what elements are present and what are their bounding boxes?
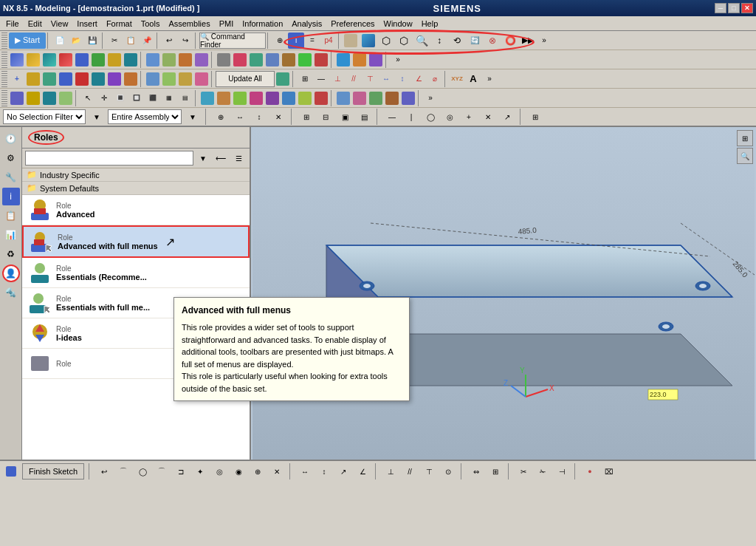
view-btn-3[interactable]: ⬡ xyxy=(378,33,394,49)
toolbar-grip-4[interactable] xyxy=(1,90,7,106)
roles-dropdown-btn[interactable]: ▼ xyxy=(195,150,211,166)
dim-btn-4[interactable]: ⌀ xyxy=(427,71,443,87)
view-btn-5[interactable]: 🔍 xyxy=(413,33,430,49)
filter-btn-14[interactable]: ✕ xyxy=(480,109,496,125)
sidebar-properties-icon[interactable]: 📊 xyxy=(2,226,20,244)
roles-menu-btn[interactable]: ☰ xyxy=(230,150,247,166)
menu-analysis[interactable]: Analysis xyxy=(287,18,326,30)
sketch-btn-5[interactable] xyxy=(74,71,90,87)
filter-btn-1[interactable]: ⊕ xyxy=(213,109,229,125)
start-button[interactable]: ▶ Start xyxy=(9,33,46,49)
extra-btn-1[interactable] xyxy=(216,52,232,68)
view-btn-8[interactable]: 🔄 xyxy=(467,33,483,49)
dim-status-btn-3[interactable]: ↗ xyxy=(335,463,351,480)
meas-btn-1[interactable] xyxy=(199,90,216,106)
datum-btn-2[interactable] xyxy=(25,90,41,106)
datum-btn-3[interactable] xyxy=(41,90,58,106)
view-btn-4[interactable]: ⬡ xyxy=(396,33,412,49)
sidebar-reuse-icon[interactable]: ♻ xyxy=(2,245,20,263)
more4-btn[interactable]: » xyxy=(422,90,439,106)
extra-btn-9[interactable] xyxy=(351,52,368,68)
snap-mode-btn[interactable]: ✛ xyxy=(96,90,112,106)
feature-btn-3[interactable] xyxy=(41,52,58,68)
assembly-icon[interactable]: ▼ xyxy=(185,109,201,125)
dim-status-btn-4[interactable]: ∠ xyxy=(354,463,371,480)
model-btn-2[interactable] xyxy=(161,52,177,68)
view-orient-btn-2[interactable]: 🔲 xyxy=(128,90,145,106)
undo-button[interactable]: ↩ xyxy=(161,33,177,49)
view-btn-1[interactable] xyxy=(343,33,359,49)
sidebar-info-icon[interactable]: i xyxy=(2,188,20,205)
cut-button[interactable]: ✂ xyxy=(106,33,123,49)
sketch-btn-7[interactable] xyxy=(106,71,123,87)
role-advanced[interactable]: Role Advanced xyxy=(22,195,250,225)
extra-btn-5[interactable] xyxy=(281,52,297,68)
more-btn[interactable]: » xyxy=(536,33,552,49)
sketch-btn-8[interactable] xyxy=(123,71,139,87)
meas-btn-2[interactable] xyxy=(216,90,232,106)
filter-btn-11[interactable]: ◯ xyxy=(422,109,439,125)
update-all-btn[interactable]: Update All xyxy=(216,71,275,87)
select-btn[interactable]: ↖ xyxy=(80,90,96,106)
info-btn[interactable]: i xyxy=(288,33,304,49)
dim-status-btn-1[interactable]: ↔ xyxy=(297,463,313,480)
constrain-btn-3[interactable]: ⊤ xyxy=(421,463,437,480)
curve-btn-4[interactable]: ⌒ xyxy=(154,463,170,480)
menu-edit[interactable]: Edit xyxy=(24,18,47,30)
extra-btn-8[interactable] xyxy=(335,52,351,68)
feature-btn-7[interactable] xyxy=(106,52,123,68)
toolbar-grip-1[interactable] xyxy=(1,33,7,49)
trim-btn-3[interactable]: ⊣ xyxy=(554,463,570,480)
style-btn-2[interactable]: ⌧ xyxy=(601,463,617,480)
feature-btn-1[interactable] xyxy=(9,52,25,68)
meas-btn-7[interactable] xyxy=(297,90,313,106)
extra-btn-6[interactable] xyxy=(297,52,313,68)
layer-btn-4[interactable] xyxy=(384,90,400,106)
status-icon-1[interactable] xyxy=(3,463,19,480)
filter-btn-15[interactable]: ↗ xyxy=(499,109,515,125)
constrain-btn-2[interactable]: // xyxy=(402,463,418,480)
sidebar-system-icon[interactable]: 🔩 xyxy=(2,284,20,301)
menu-window[interactable]: Window xyxy=(379,18,417,30)
meas-btn-4[interactable] xyxy=(248,90,264,106)
feature-btn-5[interactable] xyxy=(74,52,90,68)
model-btn-3[interactable] xyxy=(177,52,193,68)
filter-btn-8[interactable]: ▤ xyxy=(356,109,372,125)
curve-btn-6[interactable]: ✦ xyxy=(192,463,208,480)
menu-preferences[interactable]: Preferences xyxy=(326,18,379,30)
filter-btn-3[interactable]: ↕ xyxy=(251,109,267,125)
menu-information[interactable]: Information xyxy=(238,18,287,30)
constraint-btn-3[interactable]: ⊤ xyxy=(362,71,378,87)
toolbar-grip-2[interactable] xyxy=(1,52,7,68)
sketch-btn-2[interactable] xyxy=(25,71,41,87)
view-btn-2[interactable] xyxy=(360,33,377,49)
sidebar-history-icon[interactable]: 🕐 xyxy=(2,130,20,148)
roles-nav-btn[interactable]: ⟵ xyxy=(213,150,229,166)
roles-search-input[interactable] xyxy=(25,151,193,165)
feature-btn-2[interactable] xyxy=(25,52,41,68)
view-btn-7[interactable]: ⟲ xyxy=(449,33,465,49)
curve-btn-9[interactable]: ⊕ xyxy=(250,463,266,480)
sketch-btn-6[interactable] xyxy=(90,71,106,87)
menu-format[interactable]: Format xyxy=(102,18,137,30)
dim-btn-1[interactable]: ↔ xyxy=(378,71,394,87)
style-btn-1[interactable]: ● xyxy=(582,463,598,480)
feature-btn-8[interactable] xyxy=(123,52,139,68)
pattern-btn[interactable]: ⊞ xyxy=(487,463,504,480)
menu-view[interactable]: View xyxy=(47,18,73,30)
dim-btn-3[interactable]: ∠ xyxy=(410,71,427,87)
role-advanced-full[interactable]: Role Advanced with full menus ↗ xyxy=(22,225,250,258)
trim-btn-1[interactable]: ✂ xyxy=(515,463,532,480)
extra-btn-4[interactable] xyxy=(264,52,281,68)
model-btn-4[interactable] xyxy=(193,52,210,68)
filter-btn-2[interactable]: ↔ xyxy=(232,109,248,125)
viewport-3d[interactable]: 485.0 285.0 223.0 X Y Z 223.0 ⊞ 🔍 xyxy=(251,127,756,460)
curve-btn-10[interactable]: ✕ xyxy=(269,463,285,480)
d3-btn-1[interactable] xyxy=(145,71,161,87)
feature-btn-6[interactable] xyxy=(90,52,106,68)
view-btn-11[interactable]: ▶▶ xyxy=(520,33,536,49)
d3-btn-3[interactable] xyxy=(177,71,193,87)
menu-help[interactable]: Help xyxy=(417,18,443,30)
feature-btn-4[interactable] xyxy=(58,52,74,68)
toolbar-grip-3[interactable] xyxy=(1,71,7,87)
